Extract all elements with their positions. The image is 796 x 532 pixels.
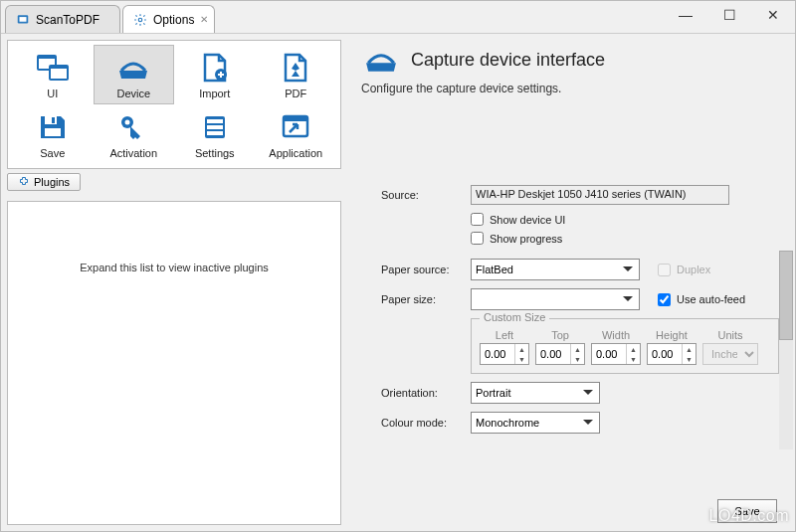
- left-label: Left: [496, 329, 513, 341]
- left-spinner[interactable]: ▲▼: [480, 343, 529, 365]
- svg-rect-18: [284, 116, 307, 121]
- row-show-device-ui: Show device UI: [471, 213, 785, 226]
- paper-source-select[interactable]: FlatBed: [471, 259, 640, 280]
- row-source: Source: WIA-HP Deskjet 1050 J410 series …: [381, 185, 785, 205]
- toolbar-label: Settings: [195, 147, 235, 159]
- row-orientation: Orientation: Portrait: [381, 382, 785, 404]
- custom-size-fieldset: Custom Size Left ▲▼ Top ▲▼ Width ▲▼: [471, 318, 779, 374]
- right-panel: Capture device interface Configure the c…: [347, 34, 795, 531]
- source-select[interactable]: WIA-HP Deskjet 1050 J410 series (TWAIN): [471, 185, 729, 205]
- save-button[interactable]: Save: [717, 499, 777, 523]
- toolbar-label: Application: [269, 147, 322, 159]
- app-icon: [16, 13, 30, 27]
- custom-size-legend: Custom Size: [480, 311, 549, 323]
- toolbar-label: Device: [116, 88, 150, 99]
- orientation-label: Orientation:: [381, 387, 471, 399]
- scrollbar-thumb[interactable]: [779, 251, 793, 340]
- plugin-icon: [18, 176, 30, 188]
- titlebar: ScanToPDF Options ✕ — ☐ ✕: [1, 1, 795, 33]
- row-paper-size: Paper size: Use auto-feed: [381, 288, 785, 310]
- svg-rect-1: [20, 17, 27, 22]
- row-show-progress: Show progress: [471, 232, 785, 245]
- toolbar-label: Import: [199, 88, 230, 99]
- left-input[interactable]: [481, 348, 514, 360]
- svg-rect-14: [207, 119, 223, 123]
- content-area: UI Device Import: [1, 33, 795, 531]
- app-window: ScanToPDF Options ✕ — ☐ ✕ UI: [0, 0, 796, 532]
- key-icon: [113, 111, 153, 143]
- left-panel: UI Device Import: [1, 34, 347, 531]
- height-label: Height: [656, 329, 688, 341]
- options-toolbar: UI Device Import: [7, 40, 341, 169]
- plugins-tab-button[interactable]: Plugins: [7, 173, 81, 191]
- svg-point-2: [138, 18, 142, 22]
- settings-icon: [195, 111, 235, 143]
- toolbar-item-device[interactable]: Device: [94, 45, 175, 104]
- orientation-select[interactable]: Portrait: [471, 382, 600, 404]
- tab-strip: ScanToPDF Options ✕: [1, 1, 217, 33]
- auto-feed-label: Use auto-feed: [677, 293, 745, 305]
- svg-point-12: [125, 120, 130, 125]
- plugins-list[interactable]: Expand this list to view inactive plugin…: [7, 201, 341, 525]
- toolbar-item-ui[interactable]: UI: [12, 45, 94, 104]
- page-title: Capture device interface: [411, 50, 605, 71]
- close-tab-icon[interactable]: ✕: [200, 14, 208, 25]
- units-label: Units: [717, 329, 742, 341]
- page-header: Capture device interface: [361, 44, 785, 76]
- paper-size-label: Paper size:: [381, 293, 471, 305]
- source-label: Source:: [381, 189, 471, 201]
- toolbar-item-settings[interactable]: Settings: [174, 104, 256, 164]
- height-input[interactable]: [648, 348, 682, 360]
- row-colour-mode: Colour mode: Monochrome: [381, 412, 785, 434]
- svg-rect-10: [52, 117, 55, 123]
- tab-scantopdf[interactable]: ScanToPDF: [5, 5, 120, 33]
- auto-feed-checkbox[interactable]: [658, 293, 671, 306]
- toolbar-label: Save: [40, 147, 65, 159]
- toolbar-item-application[interactable]: Application: [256, 104, 337, 164]
- minimize-button[interactable]: —: [664, 1, 707, 29]
- svg-rect-6: [51, 69, 67, 79]
- svg-rect-16: [207, 131, 223, 135]
- svg-rect-15: [207, 125, 223, 129]
- gear-icon: [133, 13, 147, 27]
- maximize-button[interactable]: ☐: [707, 1, 751, 29]
- plugins-tabbar: Plugins: [7, 173, 341, 197]
- top-spinner[interactable]: ▲▼: [535, 343, 585, 365]
- device-icon: [113, 52, 153, 84]
- application-icon: [276, 111, 315, 143]
- toolbar-item-import[interactable]: Import: [174, 45, 256, 104]
- close-button[interactable]: ✕: [751, 1, 795, 29]
- vertical-scrollbar[interactable]: [779, 251, 793, 449]
- paper-size-select[interactable]: [471, 288, 640, 310]
- row-paper-source: Paper source: FlatBed Duplex: [381, 259, 785, 280]
- col-width: Width ▲▼: [591, 329, 641, 365]
- height-spinner[interactable]: ▲▼: [647, 343, 696, 365]
- save-icon: [33, 111, 73, 143]
- scanner-icon: [361, 44, 401, 76]
- width-input[interactable]: [592, 348, 626, 360]
- window-controls: — ☐ ✕: [664, 1, 795, 29]
- custom-size-grid: Left ▲▼ Top ▲▼ Width ▲▼ Height: [480, 329, 770, 365]
- tab-options[interactable]: Options ✕: [122, 5, 215, 33]
- top-label: Top: [551, 329, 569, 341]
- import-icon: [195, 52, 235, 84]
- show-device-ui-checkbox[interactable]: [471, 213, 484, 226]
- duplex-label: Duplex: [677, 264, 710, 275]
- toolbar-item-activation[interactable]: Activation: [94, 104, 175, 164]
- plugins-tab-label: Plugins: [34, 176, 70, 188]
- pdf-icon: [276, 52, 315, 84]
- auto-feed-group: Use auto-feed: [658, 293, 745, 306]
- units-select: Inches: [702, 343, 758, 365]
- top-input[interactable]: [536, 348, 570, 360]
- toolbar-item-save[interactable]: Save: [12, 104, 94, 164]
- plugins-empty-text: Expand this list to view inactive plugin…: [80, 262, 269, 273]
- col-height: Height ▲▼: [647, 329, 696, 365]
- col-top: Top ▲▼: [535, 329, 585, 365]
- show-progress-checkbox[interactable]: [471, 232, 484, 245]
- width-spinner[interactable]: ▲▼: [591, 343, 641, 365]
- page-subtitle: Configure the capture device settings.: [361, 82, 785, 95]
- toolbar-item-pdf[interactable]: PDF: [256, 45, 337, 104]
- colour-mode-select[interactable]: Monochrome: [471, 412, 600, 434]
- show-progress-label: Show progress: [490, 233, 562, 245]
- col-left: Left ▲▼: [480, 329, 529, 365]
